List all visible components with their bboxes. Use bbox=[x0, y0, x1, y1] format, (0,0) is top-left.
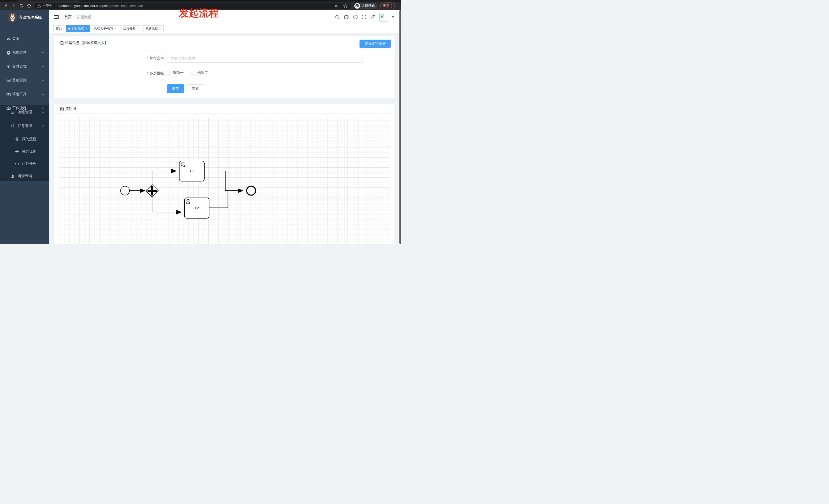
app-title: 芋道管理系统 bbox=[20, 15, 42, 20]
url-divider bbox=[55, 4, 55, 8]
start-event[interactable] bbox=[121, 186, 130, 195]
card-title: 申请信息【测试多审批人】 bbox=[65, 41, 108, 45]
single-line-text-input[interactable] bbox=[167, 54, 363, 63]
close-icon[interactable]: × bbox=[137, 27, 139, 30]
card-title: 流程图 bbox=[65, 107, 76, 111]
chevron-down-icon bbox=[42, 93, 45, 96]
checkbox-label-2[interactable]: 选项二 bbox=[197, 71, 208, 75]
gateway-plus-v bbox=[151, 186, 153, 196]
sidebar-item-task-management[interactable]: 任务管理 bbox=[0, 120, 49, 132]
field-label-checkbox-group: *多选框组 bbox=[108, 71, 164, 76]
sidebar-item-system[interactable]: 系统管理 bbox=[0, 46, 49, 59]
sidebar-item-label: 首页 bbox=[12, 37, 20, 41]
application-info-card: 申请信息【测试多审批人】 选择其它流程 *单行文本 *多选框组 选项一 选项二 … bbox=[54, 36, 395, 98]
card-header: 流程图 bbox=[54, 104, 395, 114]
flow-task2-merge bbox=[209, 190, 228, 208]
incognito-icon bbox=[354, 3, 360, 9]
github-icon[interactable] bbox=[344, 14, 349, 20]
sidebar-item-label: 待办任务 bbox=[22, 149, 36, 154]
tab-done-tasks[interactable]: 已办任务× bbox=[121, 25, 141, 32]
tab-label: 发起流程 bbox=[72, 26, 84, 31]
url-path: /bpm/process-instance/create bbox=[100, 4, 143, 8]
select-other-process-button[interactable]: 选择其它流程 bbox=[360, 40, 391, 48]
fullscreen-icon[interactable] bbox=[362, 14, 367, 20]
tab-label: 已办任务 bbox=[123, 26, 136, 31]
required-asterisk: * bbox=[147, 56, 149, 60]
checkbox-option-2[interactable] bbox=[191, 71, 195, 75]
process-diagram-card: 流程图 bbox=[54, 104, 395, 244]
sidebar-item-label: 已办任务 bbox=[22, 161, 36, 166]
reload-icon[interactable] bbox=[17, 4, 25, 8]
task-tree-icon bbox=[10, 124, 15, 128]
bpmn-canvas[interactable]: 1.1 1.2 bbox=[60, 118, 390, 244]
flow-gateway-to-task1 bbox=[152, 171, 176, 185]
sidebar-item-label: 我的流程 bbox=[22, 137, 36, 141]
home-icon[interactable] bbox=[25, 4, 33, 8]
sidebar-item-label: 研发工具 bbox=[12, 92, 27, 96]
font-size-icon[interactable]: TT bbox=[370, 14, 375, 20]
sidebar-item-my-process[interactable]: 我的流程 bbox=[0, 133, 49, 145]
breadcrumb-current: 发起流程 bbox=[77, 15, 91, 20]
tab-label: 我的流程 bbox=[145, 26, 158, 31]
scrollbar-thumb[interactable] bbox=[399, 10, 401, 244]
tab-bar: 首页 发起流程× 流程表单-编辑× 已办任务× 我的流程× bbox=[49, 24, 401, 33]
sidebar-item-label: 基础设施 bbox=[12, 78, 27, 83]
sidebar-item-home[interactable]: 首页 bbox=[0, 33, 49, 45]
task-label: 1.2 bbox=[194, 206, 199, 210]
task-label: 1.1 bbox=[189, 169, 194, 173]
sidebar-item-dev-tools[interactable]: 研发工具 bbox=[0, 88, 49, 101]
end-event[interactable] bbox=[247, 186, 256, 195]
update-button[interactable]: 更新 bbox=[380, 3, 395, 9]
avatar[interactable] bbox=[380, 13, 388, 22]
bookmark-star-icon[interactable] bbox=[343, 4, 348, 8]
close-icon[interactable]: × bbox=[159, 27, 161, 30]
eye-open-icon bbox=[14, 149, 19, 154]
toolbox-icon bbox=[6, 92, 11, 96]
sidebar-item-todo-tasks[interactable]: 待办任务 bbox=[0, 145, 49, 157]
checkbox-group: 选项一 选项二 bbox=[167, 71, 208, 75]
sidebar-item-payment[interactable]: ¥ 支付管理 bbox=[0, 60, 49, 73]
sidebar-item-done-tasks[interactable]: 已办任务 bbox=[0, 157, 49, 170]
close-icon[interactable]: × bbox=[114, 27, 117, 30]
sidebar-item-process-management[interactable]: 流程管理 bbox=[0, 106, 49, 119]
content-area: 申请信息【测试多审批人】 选择其它流程 *单行文本 *多选框组 选项一 选项二 … bbox=[49, 33, 401, 244]
tab-start-process[interactable]: 发起流程× bbox=[66, 25, 90, 32]
tab-my-process[interactable]: 我的流程× bbox=[143, 25, 164, 32]
font-size-big-t: T bbox=[372, 14, 375, 20]
help-icon[interactable] bbox=[353, 14, 358, 20]
tab-process-form-edit[interactable]: 流程表单-编辑× bbox=[92, 25, 119, 32]
required-asterisk: * bbox=[147, 71, 149, 75]
sidebar-item-label: 流程管理 bbox=[17, 110, 32, 115]
sidebar-item-infrastructure[interactable]: 基础设施 bbox=[0, 74, 49, 87]
face-icon bbox=[14, 137, 19, 141]
document-icon bbox=[60, 41, 64, 45]
browser-tab-strip bbox=[0, 0, 401, 2]
security-label: 不安全 bbox=[43, 4, 52, 8]
breadcrumb-separator: / bbox=[74, 15, 75, 19]
avatar-dropdown-icon[interactable] bbox=[392, 16, 394, 18]
checkbox-label-1[interactable]: 选项一 bbox=[173, 71, 184, 75]
reset-button[interactable]: 重置 bbox=[187, 84, 204, 93]
checkbox-option-1[interactable] bbox=[167, 71, 171, 75]
sidebar-collapse-icon[interactable] bbox=[54, 15, 59, 19]
search-icon[interactable] bbox=[335, 14, 340, 20]
tab-home[interactable]: 首页 bbox=[53, 25, 64, 32]
annotation-title: 发起流程 bbox=[179, 7, 219, 20]
sidebar-item-leave-query[interactable]: 请假查询 bbox=[0, 170, 49, 182]
sidebar-item-label: 任务管理 bbox=[17, 124, 32, 128]
tab-label: 首页 bbox=[56, 26, 62, 31]
chevron-down-icon bbox=[42, 79, 45, 82]
eye-closed-icon bbox=[14, 161, 19, 166]
main-area: 首页 / 发起流程 TT 首页 bbox=[49, 10, 401, 244]
back-icon[interactable] bbox=[2, 4, 10, 8]
gear-icon bbox=[6, 50, 11, 55]
logo-row[interactable]: 芋道管理系统 bbox=[0, 11, 49, 24]
key-icon[interactable] bbox=[334, 4, 339, 8]
close-icon[interactable]: × bbox=[85, 27, 87, 30]
breadcrumb-home[interactable]: 首页 bbox=[65, 15, 72, 20]
browser-menu-icon[interactable] bbox=[392, 4, 392, 8]
chevron-down-icon bbox=[42, 51, 45, 54]
forward-icon[interactable] bbox=[10, 4, 17, 8]
submit-button[interactable]: 提交 bbox=[167, 84, 184, 93]
incognito-badge: 无痕模式 bbox=[354, 3, 377, 9]
